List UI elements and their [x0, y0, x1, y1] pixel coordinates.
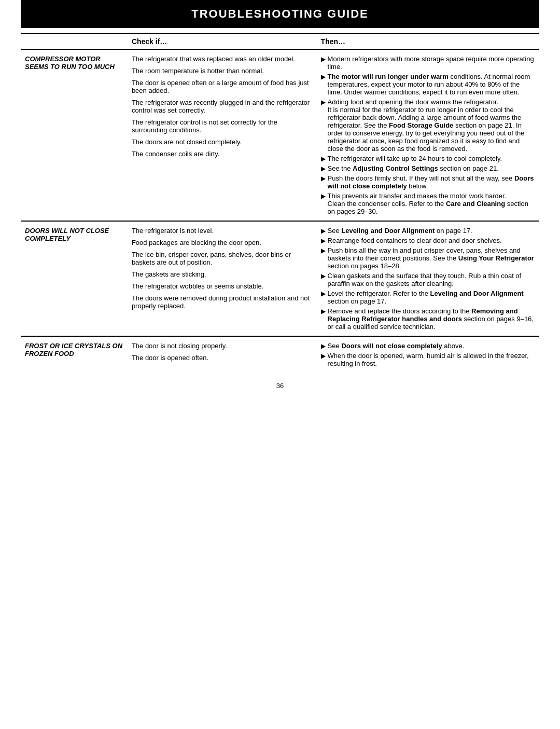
then-text: The refrigerator will take up to 24 hour…: [328, 155, 535, 162]
then-item: ▶Push bins all the way in and put crispe…: [321, 246, 535, 270]
check-item: The refrigerator control is not set corr…: [132, 118, 313, 134]
arrow-icon: ▶: [321, 352, 326, 360]
arrow-icon: ▶: [321, 165, 326, 172]
then-text: Rearrange food containers to clear door …: [328, 237, 535, 244]
then-column: ▶See Leveling and Door Alignment on page…: [317, 221, 539, 336]
then-item: ▶Push the doors firmly shut. If they wil…: [321, 174, 535, 190]
col-header-then: Then…: [317, 34, 539, 49]
arrow-icon: ▶: [321, 227, 326, 235]
then-item: ▶When the door is opened, warm, humid ai…: [321, 352, 535, 367]
then-text: Level the refrigerator. Refer to the Lev…: [328, 290, 535, 305]
then-text: Adding food and opening the door warms t…: [328, 98, 535, 153]
check-item: The condenser coils are dirty.: [132, 150, 313, 158]
col-header-check: Check if…: [128, 34, 317, 49]
then-item: ▶Rearrange food containers to clear door…: [321, 237, 535, 244]
check-column: The refrigerator that was replaced was a…: [128, 49, 317, 221]
then-text: Remove and replace the doors according t…: [328, 307, 535, 331]
then-item: ▶Level the refrigerator. Refer to the Le…: [321, 290, 535, 305]
check-column: The door is not closing properly.The doo…: [128, 336, 317, 373]
check-item: The door is opened often or a large amou…: [132, 79, 313, 94]
then-item: ▶Adding food and opening the door warms …: [321, 98, 535, 153]
check-item: The refrigerator that was replaced was a…: [132, 55, 313, 63]
then-item: ▶Clean gaskets and the surface that they…: [321, 272, 535, 287]
check-item: The ice bin, crisper cover, pans, shelve…: [132, 251, 313, 266]
then-item: ▶The refrigerator will take up to 24 hou…: [321, 155, 535, 162]
check-column: The refrigerator is not level.Food packa…: [128, 221, 317, 336]
then-text: See Leveling and Door Alignment on page …: [328, 227, 535, 235]
page-title: TROUBLESHOOTING GUIDE: [21, 0, 539, 28]
then-item: ▶This prevents air transfer and makes th…: [321, 192, 535, 215]
check-item: The refrigerator is not level.: [132, 227, 313, 235]
check-item: The refrigerator was recently plugged in…: [132, 99, 313, 114]
check-item: The refrigerator wobbles or seems unstab…: [132, 282, 313, 290]
then-item: ▶Modern refrigerators with more storage …: [321, 55, 535, 71]
arrow-icon: ▶: [321, 308, 326, 315]
arrow-icon: ▶: [321, 175, 326, 182]
then-text: The motor will run longer under warm con…: [328, 73, 535, 96]
then-item: ▶The motor will run longer under warm co…: [321, 73, 535, 96]
then-column: ▶See Doors will not close completely abo…: [317, 336, 539, 373]
then-text: See Doors will not close completely abov…: [328, 342, 535, 350]
arrow-icon: ▶: [321, 192, 326, 200]
then-text: See the Adjusting Control Settings secti…: [328, 164, 535, 172]
then-item: ▶Remove and replace the doors according …: [321, 307, 535, 331]
check-item: Food packages are blocking the door open…: [132, 239, 313, 246]
then-text: Modern refrigerators with more storage s…: [328, 55, 535, 71]
arrow-icon: ▶: [321, 99, 326, 106]
check-item: The door is opened often.: [132, 354, 313, 362]
arrow-icon: ▶: [321, 290, 326, 297]
arrow-icon: ▶: [321, 155, 326, 162]
arrow-icon: ▶: [321, 237, 326, 244]
check-item: The doors are not closed completely.: [132, 138, 313, 146]
then-column: ▶Modern refrigerators with more storage …: [317, 49, 539, 221]
then-item: ▶See Leveling and Door Alignment on page…: [321, 227, 535, 235]
arrow-icon: ▶: [321, 247, 326, 254]
page-number: 36: [21, 382, 539, 390]
then-text: Push bins all the way in and put crisper…: [328, 246, 535, 270]
issue-label: FROST OR ICE CRYSTALS ON FROZEN FOOD: [21, 336, 128, 373]
then-item: ▶See the Adjusting Control Settings sect…: [321, 164, 535, 172]
then-text: Clean gaskets and the surface that they …: [328, 272, 535, 287]
then-text: Push the doors firmly shut. If they will…: [328, 174, 535, 190]
issue-label: COMPRESSOR MOTOR SEEMS TO RUN TOO MUCH: [21, 49, 128, 221]
check-item: The room temperature is hotter than norm…: [132, 67, 313, 75]
then-text: This prevents air transfer and makes the…: [328, 192, 535, 215]
check-item: The gaskets are sticking.: [132, 270, 313, 278]
check-item: The door is not closing properly.: [132, 342, 313, 350]
arrow-icon: ▶: [321, 73, 326, 80]
then-item: ▶See Doors will not close completely abo…: [321, 342, 535, 350]
arrow-icon: ▶: [321, 272, 326, 280]
col-header-issue: [21, 34, 128, 49]
then-text: When the door is opened, warm, humid air…: [328, 352, 535, 367]
arrow-icon: ▶: [321, 342, 326, 350]
issue-label: DOORS WILL NOT CLOSE COMPLETELY: [21, 221, 128, 336]
check-item: The doors were removed during product in…: [132, 294, 313, 310]
arrow-icon: ▶: [321, 56, 326, 63]
